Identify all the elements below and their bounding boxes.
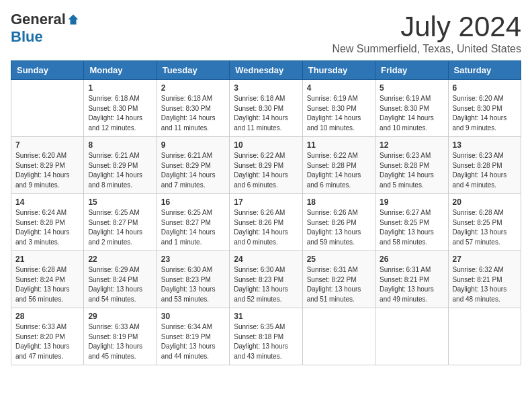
- day-number: 24: [234, 255, 298, 264]
- day-number: 18: [307, 197, 371, 207]
- calendar-day-cell: [448, 308, 521, 365]
- calendar-day-cell: [302, 308, 375, 365]
- calendar-body: 1 Sunrise: 6:18 AMSunset: 8:30 PMDayligh…: [11, 80, 521, 365]
- col-thursday: Thursday: [302, 61, 375, 80]
- calendar-day-cell: 19 Sunrise: 6:27 AMSunset: 8:25 PMDaylig…: [375, 194, 448, 251]
- day-number: 21: [15, 255, 79, 264]
- calendar-day-cell: 24 Sunrise: 6:30 AMSunset: 8:23 PMDaylig…: [230, 251, 302, 308]
- col-saturday: Saturday: [448, 61, 521, 80]
- calendar-week-row: 28 Sunrise: 6:33 AMSunset: 8:20 PMDaylig…: [11, 308, 521, 365]
- calendar-day-cell: 15 Sunrise: 6:25 AMSunset: 8:27 PMDaylig…: [84, 194, 157, 251]
- calendar-day-cell: 27 Sunrise: 6:32 AMSunset: 8:21 PMDaylig…: [448, 251, 521, 308]
- col-friday: Friday: [375, 61, 448, 80]
- day-info: Sunrise: 6:23 AMSunset: 8:28 PMDaylight:…: [380, 151, 443, 190]
- calendar-day-cell: 13 Sunrise: 6:23 AMSunset: 8:28 PMDaylig…: [448, 137, 521, 194]
- day-number: 6: [453, 83, 517, 93]
- calendar-day-cell: 9 Sunrise: 6:21 AMSunset: 8:29 PMDayligh…: [157, 137, 229, 194]
- day-info: Sunrise: 6:22 AMSunset: 8:29 PMDaylight:…: [234, 151, 298, 190]
- calendar-week-row: 21 Sunrise: 6:28 AMSunset: 8:24 PMDaylig…: [11, 251, 521, 308]
- logo: General Blue: [11, 11, 79, 46]
- col-monday: Monday: [84, 61, 157, 80]
- calendar-day-cell: 4 Sunrise: 6:19 AMSunset: 8:30 PMDayligh…: [302, 80, 375, 137]
- day-number: 10: [234, 140, 298, 150]
- day-number: 25: [307, 255, 371, 264]
- day-info: Sunrise: 6:19 AMSunset: 8:30 PMDaylight:…: [380, 94, 443, 133]
- calendar-day-cell: 12 Sunrise: 6:23 AMSunset: 8:28 PMDaylig…: [375, 137, 448, 194]
- day-number: 31: [234, 312, 298, 321]
- svg-marker-0: [68, 15, 78, 25]
- day-info: Sunrise: 6:18 AMSunset: 8:30 PMDaylight:…: [88, 94, 152, 133]
- day-number: 8: [88, 140, 152, 150]
- calendar-day-cell: [375, 308, 448, 365]
- day-info: Sunrise: 6:31 AMSunset: 8:21 PMDaylight:…: [380, 265, 443, 304]
- col-tuesday: Tuesday: [157, 61, 229, 80]
- day-number: 7: [15, 140, 79, 150]
- day-number: 22: [88, 255, 152, 264]
- day-number: 27: [453, 255, 517, 264]
- day-number: 3: [234, 83, 298, 93]
- day-number: 28: [15, 312, 79, 321]
- calendar-day-cell: 18 Sunrise: 6:26 AMSunset: 8:26 PMDaylig…: [302, 194, 375, 251]
- calendar-table: Sunday Monday Tuesday Wednesday Thursday…: [11, 60, 521, 365]
- day-info: Sunrise: 6:26 AMSunset: 8:26 PMDaylight:…: [234, 208, 298, 247]
- day-number: 9: [161, 140, 225, 150]
- logo-icon: [67, 13, 79, 26]
- day-info: Sunrise: 6:20 AMSunset: 8:29 PMDaylight:…: [15, 151, 79, 190]
- calendar-day-cell: 28 Sunrise: 6:33 AMSunset: 8:20 PMDaylig…: [11, 308, 84, 365]
- day-number: 12: [380, 140, 443, 150]
- day-info: Sunrise: 6:29 AMSunset: 8:24 PMDaylight:…: [88, 265, 152, 304]
- calendar-day-cell: 17 Sunrise: 6:26 AMSunset: 8:26 PMDaylig…: [230, 194, 302, 251]
- day-info: Sunrise: 6:30 AMSunset: 8:23 PMDaylight:…: [161, 265, 225, 304]
- calendar-day-cell: 21 Sunrise: 6:28 AMSunset: 8:24 PMDaylig…: [11, 251, 84, 308]
- day-number: 15: [88, 197, 152, 207]
- day-number: 20: [453, 197, 517, 207]
- day-info: Sunrise: 6:33 AMSunset: 8:20 PMDaylight:…: [15, 322, 79, 361]
- calendar-header: Sunday Monday Tuesday Wednesday Thursday…: [11, 61, 521, 80]
- calendar-week-row: 14 Sunrise: 6:24 AMSunset: 8:28 PMDaylig…: [11, 194, 521, 251]
- day-number: 26: [380, 255, 443, 264]
- day-info: Sunrise: 6:18 AMSunset: 8:30 PMDaylight:…: [234, 94, 298, 133]
- page-header: General Blue July 2024 New Summerfield, …: [11, 11, 521, 55]
- calendar-day-cell: 5 Sunrise: 6:19 AMSunset: 8:30 PMDayligh…: [375, 80, 448, 137]
- day-info: Sunrise: 6:20 AMSunset: 8:30 PMDaylight:…: [453, 94, 517, 133]
- day-info: Sunrise: 6:18 AMSunset: 8:30 PMDaylight:…: [161, 94, 225, 133]
- logo-general-text: General: [11, 11, 66, 28]
- day-info: Sunrise: 6:33 AMSunset: 8:19 PMDaylight:…: [88, 322, 152, 361]
- calendar-day-cell: 10 Sunrise: 6:22 AMSunset: 8:29 PMDaylig…: [230, 137, 302, 194]
- calendar-day-cell: 14 Sunrise: 6:24 AMSunset: 8:28 PMDaylig…: [11, 194, 84, 251]
- calendar-day-cell: [11, 80, 84, 137]
- day-number: 16: [161, 197, 225, 207]
- calendar-day-cell: 29 Sunrise: 6:33 AMSunset: 8:19 PMDaylig…: [84, 308, 157, 365]
- day-number: 13: [453, 140, 517, 150]
- day-number: 19: [380, 197, 443, 207]
- calendar-day-cell: 3 Sunrise: 6:18 AMSunset: 8:30 PMDayligh…: [230, 80, 302, 137]
- day-info: Sunrise: 6:28 AMSunset: 8:25 PMDaylight:…: [453, 208, 517, 247]
- calendar-title: July 2024: [332, 11, 521, 43]
- day-info: Sunrise: 6:26 AMSunset: 8:26 PMDaylight:…: [307, 208, 371, 247]
- calendar-day-cell: 1 Sunrise: 6:18 AMSunset: 8:30 PMDayligh…: [84, 80, 157, 137]
- logo-blue-text: Blue: [11, 28, 43, 45]
- day-info: Sunrise: 6:21 AMSunset: 8:29 PMDaylight:…: [161, 151, 225, 190]
- calendar-week-row: 1 Sunrise: 6:18 AMSunset: 8:30 PMDayligh…: [11, 80, 521, 137]
- col-sunday: Sunday: [11, 61, 84, 80]
- calendar-day-cell: 22 Sunrise: 6:29 AMSunset: 8:24 PMDaylig…: [84, 251, 157, 308]
- calendar-day-cell: 23 Sunrise: 6:30 AMSunset: 8:23 PMDaylig…: [157, 251, 229, 308]
- day-info: Sunrise: 6:31 AMSunset: 8:22 PMDaylight:…: [307, 265, 371, 304]
- day-info: Sunrise: 6:22 AMSunset: 8:28 PMDaylight:…: [307, 151, 371, 190]
- calendar-day-cell: 16 Sunrise: 6:25 AMSunset: 8:27 PMDaylig…: [157, 194, 229, 251]
- calendar-week-row: 7 Sunrise: 6:20 AMSunset: 8:29 PMDayligh…: [11, 137, 521, 194]
- calendar-subtitle: New Summerfield, Texas, United States: [332, 43, 521, 55]
- day-number: 29: [88, 312, 152, 321]
- day-info: Sunrise: 6:25 AMSunset: 8:27 PMDaylight:…: [88, 208, 152, 247]
- col-wednesday: Wednesday: [230, 61, 302, 80]
- day-info: Sunrise: 6:28 AMSunset: 8:24 PMDaylight:…: [15, 265, 79, 304]
- day-info: Sunrise: 6:21 AMSunset: 8:29 PMDaylight:…: [88, 151, 152, 190]
- day-info: Sunrise: 6:32 AMSunset: 8:21 PMDaylight:…: [453, 265, 517, 304]
- day-number: 14: [15, 197, 79, 207]
- day-number: 30: [161, 312, 225, 321]
- day-number: 5: [380, 83, 443, 93]
- calendar-day-cell: 7 Sunrise: 6:20 AMSunset: 8:29 PMDayligh…: [11, 137, 84, 194]
- day-info: Sunrise: 6:19 AMSunset: 8:30 PMDaylight:…: [307, 94, 371, 133]
- calendar-day-cell: 25 Sunrise: 6:31 AMSunset: 8:22 PMDaylig…: [302, 251, 375, 308]
- calendar-day-cell: 8 Sunrise: 6:21 AMSunset: 8:29 PMDayligh…: [84, 137, 157, 194]
